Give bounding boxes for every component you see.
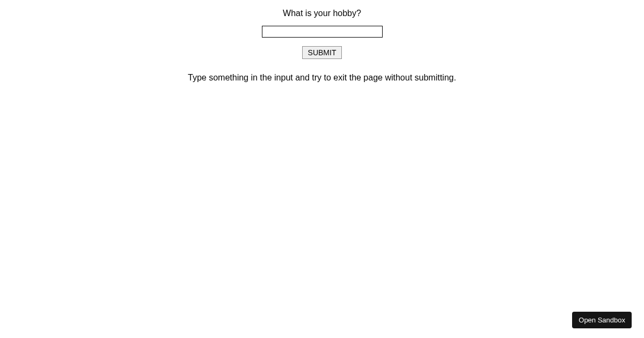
submit-button[interactable]: SUBMIT: [302, 46, 342, 59]
form-container: What is your hobby? SUBMIT Type somethin…: [0, 0, 644, 83]
open-sandbox-button[interactable]: Open Sandbox: [572, 312, 632, 328]
hobby-input[interactable]: [262, 26, 383, 38]
question-label: What is your hobby?: [0, 9, 644, 18]
instruction-text: Type something in the input and try to e…: [0, 73, 644, 83]
